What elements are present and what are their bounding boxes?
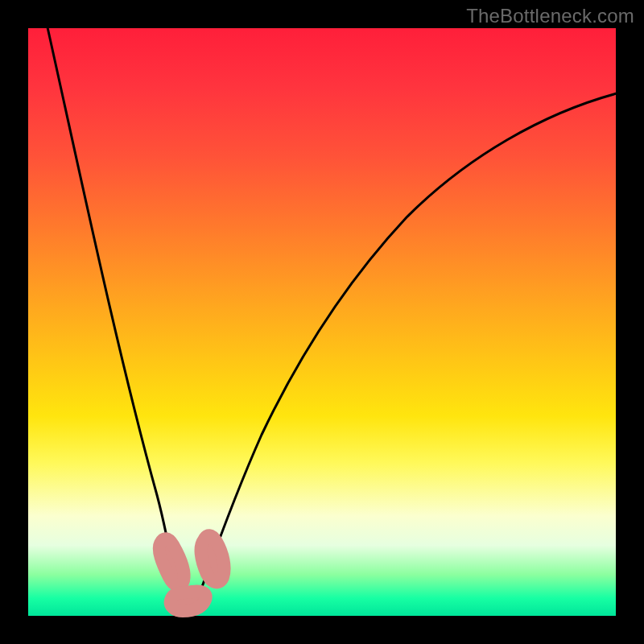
watermark-text: TheBottleneck.com bbox=[466, 5, 634, 27]
plot-area bbox=[28, 28, 616, 616]
left-ascending-marker bbox=[159, 539, 184, 585]
right-ascending-marker bbox=[201, 535, 225, 582]
optimum-marker bbox=[171, 591, 206, 611]
chart-frame: TheBottleneck.com bbox=[0, 0, 644, 644]
bottleneck-curve bbox=[46, 20, 620, 605]
marker-group bbox=[159, 535, 225, 611]
curve-layer bbox=[28, 28, 616, 616]
